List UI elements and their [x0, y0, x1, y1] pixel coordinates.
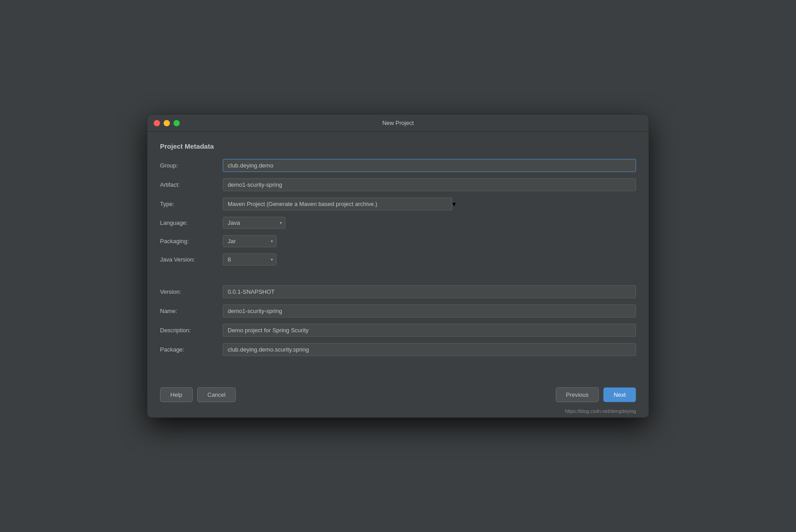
package-row: Package: — [160, 343, 636, 356]
version-input[interactable] — [223, 285, 636, 298]
window-title: New Project — [382, 120, 414, 126]
type-row: Type: Maven Project (Generate a Maven ba… — [160, 197, 636, 210]
help-button[interactable]: Help — [160, 387, 193, 402]
artifact-input[interactable] — [223, 178, 636, 191]
group-row: Group: — [160, 159, 636, 172]
java-version-select-wrapper: 8 11 17 ▾ — [223, 253, 277, 266]
traffic-lights — [154, 120, 180, 126]
version-row: Version: — [160, 285, 636, 298]
package-label: Package: — [160, 346, 223, 353]
packaging-row: Packaging: Jar War ▾ — [160, 235, 636, 247]
type-select-wrapper: Maven Project (Generate a Maven based pr… — [223, 197, 456, 210]
footer: Help Cancel Previous Next — [147, 380, 649, 407]
footer-right-buttons: Previous Next — [556, 387, 636, 402]
version-label: Version: — [160, 288, 223, 295]
footer-left-buttons: Help Cancel — [160, 387, 236, 402]
description-input[interactable] — [223, 324, 636, 337]
type-label: Type: — [160, 201, 223, 207]
language-row: Language: Java Kotlin Groovy ▾ — [160, 217, 636, 229]
type-chevron-icon: ▾ — [452, 200, 456, 208]
packaging-select-wrapper: Jar War ▾ — [223, 235, 277, 247]
java-version-select[interactable]: 8 11 17 — [223, 253, 277, 266]
package-input[interactable] — [223, 343, 636, 356]
group-label: Group: — [160, 162, 223, 169]
cancel-button[interactable]: Cancel — [197, 387, 236, 402]
artifact-label: Artifact: — [160, 181, 223, 188]
name-row: Name: — [160, 305, 636, 317]
java-version-row: Java Version: 8 11 17 ▾ — [160, 253, 636, 266]
description-label: Description: — [160, 327, 223, 334]
minimize-button[interactable] — [164, 120, 170, 126]
language-select-wrapper: Java Kotlin Groovy ▾ — [223, 217, 286, 229]
next-button[interactable]: Next — [603, 387, 636, 402]
new-project-window: New Project Project Metadata Group: Arti… — [147, 114, 649, 418]
description-row: Description: — [160, 324, 636, 337]
previous-button[interactable]: Previous — [556, 387, 599, 402]
group-input[interactable] — [223, 159, 636, 172]
java-version-label: Java Version: — [160, 256, 223, 263]
language-select[interactable]: Java Kotlin Groovy — [223, 217, 286, 229]
watermark: https://blog.csdn.net/dengdeying — [147, 407, 649, 417]
content-area: Project Metadata Group: Artifact: Type: … — [147, 132, 649, 371]
artifact-row: Artifact: — [160, 178, 636, 191]
section-title: Project Metadata — [160, 142, 636, 150]
close-button[interactable] — [154, 120, 160, 126]
packaging-select[interactable]: Jar War — [223, 235, 277, 247]
name-label: Name: — [160, 308, 223, 314]
maximize-button[interactable] — [173, 120, 180, 126]
name-input[interactable] — [223, 305, 636, 317]
titlebar: New Project — [147, 115, 649, 132]
type-select[interactable]: Maven Project (Generate a Maven based pr… — [223, 197, 452, 210]
language-label: Language: — [160, 219, 223, 226]
packaging-label: Packaging: — [160, 238, 223, 245]
